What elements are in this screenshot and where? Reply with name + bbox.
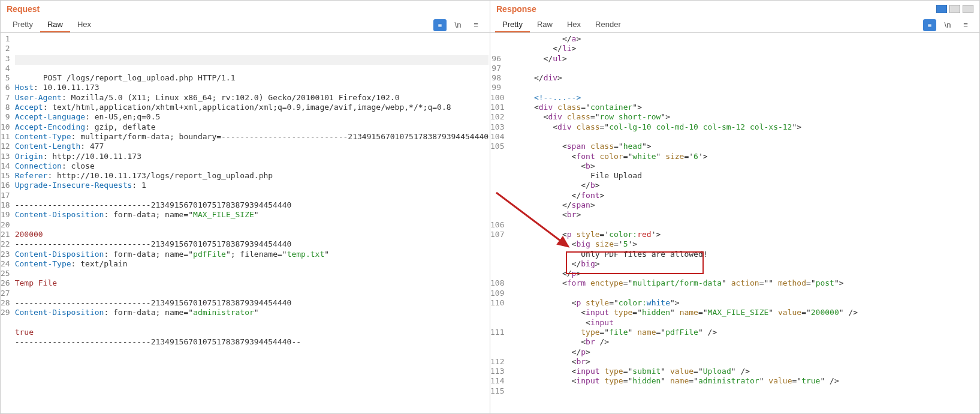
layout-tools bbox=[936, 5, 973, 13]
layout-columns-icon[interactable] bbox=[936, 5, 947, 13]
app-container: Request PrettyRawHex ≡ \n ≡ 1 2 3 4 5 6 … bbox=[0, 0, 980, 414]
newline-icon[interactable]: \n bbox=[451, 19, 465, 31]
request-header: Request bbox=[1, 1, 490, 17]
request-pane: Request PrettyRawHex ≡ \n ≡ 1 2 3 4 5 6 … bbox=[1, 1, 490, 413]
tab-raw[interactable]: Raw bbox=[530, 17, 560, 32]
request-tab-row: PrettyRawHex ≡ \n ≡ bbox=[1, 17, 490, 33]
tab-hex[interactable]: Hex bbox=[560, 17, 588, 32]
tab-render[interactable]: Render bbox=[588, 17, 628, 32]
actions-icon[interactable]: ≡ bbox=[923, 19, 936, 31]
request-tabs: PrettyRawHex bbox=[5, 17, 433, 32]
tab-pretty[interactable]: Pretty bbox=[495, 17, 530, 32]
response-pane: Response PrettyRawHexRender ≡ \n ≡ 96 97… bbox=[490, 1, 979, 413]
layout-rows-icon[interactable] bbox=[949, 5, 960, 13]
tab-raw[interactable]: Raw bbox=[40, 17, 70, 32]
response-tab-row: PrettyRawHexRender ≡ \n ≡ bbox=[490, 17, 979, 33]
response-code[interactable]: </a> </li> </ul> </div> <!--...--> <div … bbox=[503, 33, 979, 413]
request-code[interactable]: POST /logs/report_log_upload.php HTTP/1.… bbox=[13, 33, 490, 413]
newline-icon[interactable]: \n bbox=[941, 19, 954, 31]
layout-combined-icon[interactable] bbox=[963, 5, 973, 13]
actions-icon[interactable]: ≡ bbox=[433, 19, 447, 31]
request-editor[interactable]: 1 2 3 4 5 6 7 8 9 10 11 12 13 14 15 16 1… bbox=[1, 33, 490, 413]
response-tools: ≡ \n ≡ bbox=[923, 19, 975, 31]
tab-hex[interactable]: Hex bbox=[70, 17, 98, 32]
request-gutter: 1 2 3 4 5 6 7 8 9 10 11 12 13 14 15 16 1… bbox=[1, 33, 13, 413]
current-line-highlight bbox=[15, 55, 489, 65]
response-tabs: PrettyRawHexRender bbox=[495, 17, 923, 32]
tab-pretty[interactable]: Pretty bbox=[5, 17, 40, 32]
request-title: Request bbox=[7, 4, 40, 14]
menu-icon[interactable]: ≡ bbox=[959, 19, 972, 31]
request-tools: ≡ \n ≡ bbox=[433, 19, 485, 31]
menu-icon[interactable]: ≡ bbox=[469, 19, 483, 31]
response-gutter: 96 97 98 99 100 101 102 103 104 105 106 … bbox=[490, 33, 503, 413]
response-editor[interactable]: 96 97 98 99 100 101 102 103 104 105 106 … bbox=[490, 33, 979, 413]
response-title: Response bbox=[496, 4, 536, 14]
response-header: Response bbox=[490, 1, 979, 17]
